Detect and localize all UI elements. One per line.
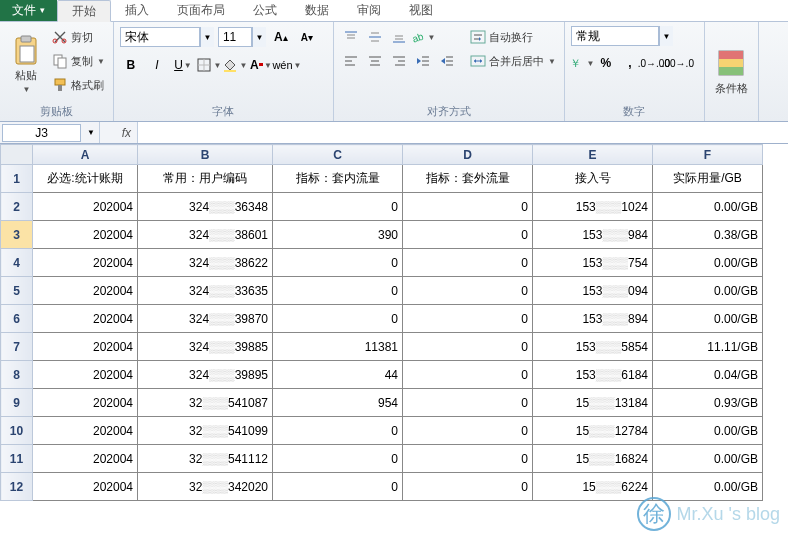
cell-E6[interactable]: 153▒▒▒894 <box>533 305 653 333</box>
cell-F9[interactable]: 0.93/GB <box>653 389 763 417</box>
cell-E7[interactable]: 153▒▒▒5854 <box>533 333 653 361</box>
select-all-corner[interactable] <box>1 145 33 165</box>
phonetic-button[interactable]: wén▼ <box>276 54 298 76</box>
col-header-A[interactable]: A <box>33 145 138 165</box>
font-color-button[interactable]: A▼ <box>250 54 272 76</box>
fx-button[interactable]: fx <box>100 122 138 143</box>
conditional-formatting-button[interactable]: 条件格 <box>711 26 752 117</box>
name-box-input[interactable]: J3 <box>2 124 81 142</box>
bold-button[interactable]: B <box>120 54 142 76</box>
col-header-B[interactable]: B <box>138 145 273 165</box>
cell-E10[interactable]: 15▒▒▒12784 <box>533 417 653 445</box>
cell-C5[interactable]: 0 <box>273 277 403 305</box>
cell-D5[interactable]: 0 <box>403 277 533 305</box>
cell-F5[interactable]: 0.00/GB <box>653 277 763 305</box>
format-painter-button[interactable]: 格式刷 <box>50 74 107 96</box>
cell-D8[interactable]: 0 <box>403 361 533 389</box>
row-header-1[interactable]: 1 <box>1 165 33 193</box>
col-header-D[interactable]: D <box>403 145 533 165</box>
col-header-C[interactable]: C <box>273 145 403 165</box>
cell-B9[interactable]: 32▒▒▒541087 <box>138 389 273 417</box>
cell-E12[interactable]: 15▒▒▒6224 <box>533 473 653 501</box>
align-bottom-button[interactable] <box>388 26 410 48</box>
col-header-E[interactable]: E <box>533 145 653 165</box>
cell-D1[interactable]: 指标：套外流量 <box>403 165 533 193</box>
cell-A7[interactable]: 202004 <box>33 333 138 361</box>
row-header-10[interactable]: 10 <box>1 417 33 445</box>
cell-C11[interactable]: 0 <box>273 445 403 473</box>
cell-D6[interactable]: 0 <box>403 305 533 333</box>
cell-B7[interactable]: 324▒▒▒39885 <box>138 333 273 361</box>
cell-F1[interactable]: 实际用量/GB <box>653 165 763 193</box>
cell-C8[interactable]: 44 <box>273 361 403 389</box>
cell-E1[interactable]: 接入号 <box>533 165 653 193</box>
cell-F8[interactable]: 0.04/GB <box>653 361 763 389</box>
cell-C6[interactable]: 0 <box>273 305 403 333</box>
cell-F10[interactable]: 0.00/GB <box>653 417 763 445</box>
cell-A10[interactable]: 202004 <box>33 417 138 445</box>
cell-A12[interactable]: 202004 <box>33 473 138 501</box>
cell-D11[interactable]: 0 <box>403 445 533 473</box>
decrease-decimal-button[interactable]: .00→.0 <box>667 52 689 74</box>
cell-B12[interactable]: 32▒▒▒342020 <box>138 473 273 501</box>
cell-B1[interactable]: 常用：用户编码 <box>138 165 273 193</box>
chevron-down-icon[interactable]: ▼ <box>200 27 214 47</box>
italic-button[interactable]: I <box>146 54 168 76</box>
orientation-button[interactable]: ab▼ <box>412 26 434 48</box>
cell-E9[interactable]: 15▒▒▒13184 <box>533 389 653 417</box>
cell-D12[interactable]: 0 <box>403 473 533 501</box>
align-top-button[interactable] <box>340 26 362 48</box>
row-header-4[interactable]: 4 <box>1 249 33 277</box>
tab-formulas[interactable]: 公式 <box>239 0 291 21</box>
cell-C4[interactable]: 0 <box>273 249 403 277</box>
cell-A1[interactable]: 必选:统计账期 <box>33 165 138 193</box>
cell-A5[interactable]: 202004 <box>33 277 138 305</box>
wrap-text-button[interactable]: 自动换行 <box>468 26 558 48</box>
cell-A2[interactable]: 202004 <box>33 193 138 221</box>
underline-button[interactable]: U▼ <box>172 54 194 76</box>
cell-D7[interactable]: 0 <box>403 333 533 361</box>
cell-B4[interactable]: 324▒▒▒38622 <box>138 249 273 277</box>
cell-F7[interactable]: 11.11/GB <box>653 333 763 361</box>
percent-button[interactable]: % <box>595 52 617 74</box>
chevron-down-icon[interactable]: ▼ <box>659 26 673 46</box>
cell-B2[interactable]: 324▒▒▒36348 <box>138 193 273 221</box>
chevron-down-icon[interactable]: ▼ <box>252 27 266 47</box>
cell-E5[interactable]: 153▒▒▒094 <box>533 277 653 305</box>
cell-E11[interactable]: 15▒▒▒16824 <box>533 445 653 473</box>
cell-D4[interactable]: 0 <box>403 249 533 277</box>
cell-C12[interactable]: 0 <box>273 473 403 501</box>
cell-C10[interactable]: 0 <box>273 417 403 445</box>
tab-review[interactable]: 审阅 <box>343 0 395 21</box>
cell-B5[interactable]: 324▒▒▒33635 <box>138 277 273 305</box>
tab-data[interactable]: 数据 <box>291 0 343 21</box>
cell-D9[interactable]: 0 <box>403 389 533 417</box>
increase-indent-button[interactable] <box>436 50 458 72</box>
cell-F11[interactable]: 0.00/GB <box>653 445 763 473</box>
cell-F2[interactable]: 0.00/GB <box>653 193 763 221</box>
tab-view[interactable]: 视图 <box>395 0 447 21</box>
row-header-7[interactable]: 7 <box>1 333 33 361</box>
cut-button[interactable]: 剪切 <box>50 26 107 48</box>
align-center-button[interactable] <box>364 50 386 72</box>
row-header-6[interactable]: 6 <box>1 305 33 333</box>
tab-insert[interactable]: 插入 <box>111 0 163 21</box>
row-header-2[interactable]: 2 <box>1 193 33 221</box>
font-size-select[interactable]: 11 <box>218 27 252 47</box>
number-format-select[interactable]: 常规 <box>571 26 659 46</box>
cell-F3[interactable]: 0.38/GB <box>653 221 763 249</box>
tab-page-layout[interactable]: 页面布局 <box>163 0 239 21</box>
cell-B8[interactable]: 324▒▒▒39895 <box>138 361 273 389</box>
cell-D2[interactable]: 0 <box>403 193 533 221</box>
font-name-select[interactable]: 宋体 <box>120 27 200 47</box>
cell-B3[interactable]: 324▒▒▒38601 <box>138 221 273 249</box>
copy-button[interactable]: 复制▼ <box>50 50 107 72</box>
fill-color-button[interactable]: ▼ <box>224 54 246 76</box>
decrease-font-button[interactable]: A▾ <box>296 26 318 48</box>
cell-A8[interactable]: 202004 <box>33 361 138 389</box>
cell-E4[interactable]: 153▒▒▒754 <box>533 249 653 277</box>
tab-home[interactable]: 开始 <box>57 0 111 22</box>
cell-C9[interactable]: 954 <box>273 389 403 417</box>
cell-A6[interactable]: 202004 <box>33 305 138 333</box>
cell-C1[interactable]: 指标：套内流量 <box>273 165 403 193</box>
